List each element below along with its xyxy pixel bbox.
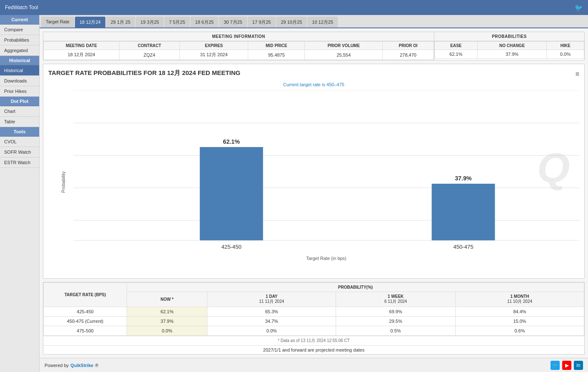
col-1month: 1 MONTH11 10月 2024 (455, 292, 584, 307)
cell-now-1: 62.1% (127, 307, 207, 317)
probability-table: TARGET RATE (BPS) PROBABILITY(%) NOW * 1… (43, 282, 584, 336)
tab-18jun25[interactable]: 18 6月25 (191, 17, 219, 27)
tab-target-rate[interactable]: Target Rate (41, 17, 74, 27)
tab-18dec24[interactable]: 18 12月24 (75, 17, 105, 27)
cell-prior-volume: 25,554 (305, 50, 383, 60)
sidebar-header-tools: Tools (0, 127, 39, 137)
sidebar-item-prior-hikes[interactable]: Prior Hikes (0, 86, 39, 97)
col-contract: CONTRACT (119, 42, 179, 50)
sidebar-item-downloads[interactable]: Downloads (0, 76, 39, 86)
chart-menu-icon[interactable]: ≡ (576, 70, 579, 78)
col-hike: HIKE (547, 42, 584, 50)
chart-section: TARGET RATE PROBABILITIES FOR 18 12月 202… (43, 64, 585, 279)
sidebar-item-probabilities[interactable]: Probabilities (0, 35, 39, 45)
app-header: FedWatch Tool 🐦 (0, 0, 588, 15)
svg-text:Q: Q (537, 145, 570, 191)
bottom-note: * Data as of 13 11月 2024 12:55:06 CT (43, 336, 584, 345)
tab-17sep25[interactable]: 17 9月25 (248, 17, 276, 27)
tabs-bar: Target Rate 18 12月24 29 1月 25 19 3月25 7 … (40, 15, 588, 28)
col-mid-price: MID PRICE (248, 42, 305, 50)
cell-mid-price: 95.4875 (248, 50, 305, 60)
sidebar-item-compare[interactable]: Compare (0, 25, 39, 35)
cell-rate-1: 425-450 (44, 307, 127, 317)
cell-1week-1: 69.9% (336, 307, 456, 317)
meeting-info-title: MEETING INFORMATION (43, 32, 434, 41)
chart-subtitle: Current target rate is 450–475 (48, 82, 579, 87)
svg-text:37.9%: 37.9% (455, 175, 472, 182)
sidebar-item-sofr-watch[interactable]: SOFR Watch (0, 147, 39, 157)
cell-meeting-date: 18 12月 2024 (44, 50, 120, 60)
x-axis-label: Target Rate (in bps) (73, 256, 579, 261)
sidebar-item-table[interactable]: Table (0, 117, 39, 127)
sidebar-item-cvol[interactable]: CVOL (0, 137, 39, 147)
cell-expires: 31 12月 2024 (179, 50, 248, 60)
col-meeting-date: MEETING DATE (44, 42, 120, 50)
sidebar-item-chart[interactable]: Chart (0, 106, 39, 117)
col-probability-header: PROBABILITY(%) (127, 283, 584, 292)
cell-no-change: 37.9% (477, 50, 547, 59)
chart-title-row: TARGET RATE PROBABILITIES FOR 18 12月 202… (48, 69, 579, 79)
footer-youtube-icon[interactable]: ▶ (562, 361, 571, 370)
col-now: NOW * (127, 292, 207, 307)
footer-social-icons: 🐦 ▶ in (551, 361, 583, 370)
sidebar-item-aggregated[interactable]: Aggregated (0, 45, 39, 56)
cell-1day-3: 0.0% (207, 326, 336, 336)
sidebar-item-estr-watch[interactable]: ESTR Watch (0, 157, 39, 168)
chart-svg: 100% 80% 60% 40% 20% 0% 62.1% 425-450 37… (73, 90, 579, 253)
chart-title: TARGET RATE PROBABILITIES FOR 18 12月 202… (48, 69, 240, 77)
sidebar-item-historical[interactable]: Historical (0, 65, 39, 76)
svg-text:450-475: 450-475 (453, 244, 473, 250)
tab-10dec25[interactable]: 10 12月25 (307, 17, 338, 27)
page-footer: Powered by QuikStrike ® 🐦 ▶ in (40, 358, 588, 372)
cell-contract: ZQZ4 (119, 50, 179, 60)
footer-twitter-icon[interactable]: 🐦 (551, 361, 560, 370)
sidebar-section-dotplot: Dot Plot Chart Table (0, 97, 39, 127)
powered-by-text: Powered by (45, 363, 69, 368)
main-content: Target Rate 18 12月24 29 1月 25 19 3月25 7 … (40, 15, 588, 372)
col-prior-volume: PRIOR VOLUME (305, 42, 383, 50)
cell-1week-2: 29.5% (336, 317, 456, 326)
col-expires: EXPIRES (179, 42, 248, 50)
info-section: MEETING INFORMATION MEETING DATE CONTRAC… (43, 32, 585, 60)
cell-now-2: 37.9% (127, 317, 207, 326)
probabilities-row: 62.1% 37.9% 0.0% (435, 50, 584, 59)
cell-1day-1: 65.3% (207, 307, 336, 317)
cell-1month-3: 0.6% (455, 326, 584, 336)
twitter-icon[interactable]: 🐦 (575, 4, 583, 12)
cell-1month-2: 15.0% (455, 317, 584, 326)
sidebar: Current Compare Probabilities Aggregated… (0, 15, 40, 372)
tab-30jul25[interactable]: 30 7月25 (219, 17, 247, 27)
col-target-rate-bps: TARGET RATE (BPS) (44, 283, 127, 307)
table-row: 425-450 62.1% 65.3% 69.9% 84.4% (44, 307, 584, 317)
meeting-info-panel: MEETING INFORMATION MEETING DATE CONTRAC… (43, 32, 434, 60)
cell-now-3: 0.0% (127, 326, 207, 336)
y-axis-label: Probability (61, 171, 66, 192)
footer-linkedin-icon[interactable]: in (574, 361, 583, 370)
bar-425-450 (200, 147, 263, 240)
cell-ease: 62.1% (435, 50, 478, 59)
cell-rate-2: 450-475 (Current) (44, 317, 127, 326)
cell-hike: 0.0% (547, 50, 584, 59)
probabilities-title: PROBABILITIES (434, 32, 584, 41)
tab-29jan25[interactable]: 29 1月 25 (106, 17, 135, 27)
svg-text:62.1%: 62.1% (223, 138, 240, 145)
sidebar-header-dotplot: Dot Plot (0, 97, 39, 106)
probabilities-panel: PROBABILITIES EASE NO CHANGE HIKE 62.1% (434, 32, 584, 60)
tab-29oct25[interactable]: 29 10月25 (277, 17, 307, 27)
tab-19mar25[interactable]: 19 3月25 (136, 17, 164, 27)
bottom-table-section: TARGET RATE (BPS) PROBABILITY(%) NOW * 1… (43, 282, 585, 355)
quikstrike-link[interactable]: QuikStrike (70, 363, 93, 368)
sidebar-section-historical: Historical Historical Downloads Prior Hi… (0, 56, 39, 97)
sidebar-section-current: Current Compare Probabilities Aggregated (0, 15, 39, 56)
col-ease: EASE (435, 42, 478, 50)
meeting-info-row: 18 12月 2024 ZQZ4 31 12月 2024 95.4875 25,… (44, 50, 434, 60)
trademark-symbol: ® (95, 363, 98, 368)
tab-7may25[interactable]: 7 5月25 (164, 17, 190, 27)
svg-text:425-450: 425-450 (222, 244, 242, 250)
col-no-change: NO CHANGE (477, 42, 547, 50)
col-1week: 1 WEEK6 11月 2024 (336, 292, 456, 307)
table-row: 475-500 0.0% 0.0% 0.5% 0.6% (44, 326, 584, 336)
app-title: FedWatch Tool (5, 5, 38, 10)
cell-1week-3: 0.5% (336, 326, 456, 336)
sidebar-header-current: Current (0, 15, 39, 25)
